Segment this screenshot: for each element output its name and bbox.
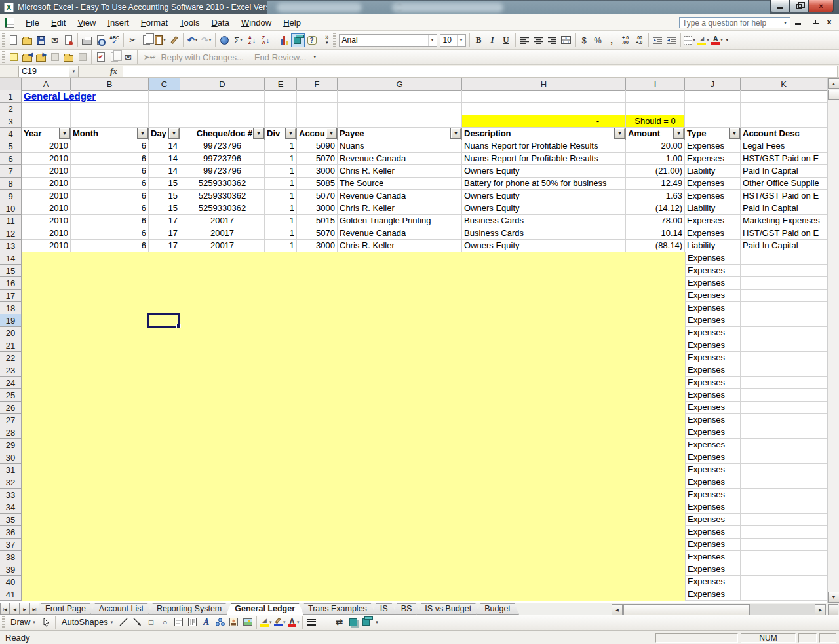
sort-ascending-button[interactable]: AZ↓ [245, 33, 259, 47]
cell-K18[interactable] [741, 302, 827, 314]
cell-F24[interactable] [297, 377, 338, 389]
cell-J12[interactable]: Expenses [685, 227, 741, 240]
row-header-9[interactable]: 9 [0, 190, 22, 202]
cell-D7[interactable]: 99723796 [180, 165, 265, 178]
cell-I12[interactable]: 10.14 [626, 227, 685, 240]
filter-dropdown-B[interactable]: ▼ [138, 128, 147, 138]
cell-J25[interactable]: Expenses [685, 389, 741, 402]
cell-J37[interactable]: Expenses [685, 539, 741, 551]
cell-K32[interactable] [741, 476, 827, 489]
fill-color-button[interactable]: ◢ ▾ [697, 33, 711, 47]
cell-B23[interactable] [71, 364, 149, 377]
cell-C2[interactable] [149, 103, 180, 115]
cell-H41[interactable] [462, 588, 626, 601]
cell-A13[interactable]: 2010 [22, 240, 71, 252]
cell-H10[interactable]: Owners Equity [462, 202, 626, 215]
text-box-button[interactable] [172, 615, 185, 629]
cell-J27[interactable]: Expenses [685, 414, 741, 426]
toolbar-grip[interactable] [2, 51, 5, 63]
cell-K29[interactable] [741, 439, 827, 451]
cell-A29[interactable] [22, 439, 71, 451]
threed-style-button[interactable] [360, 615, 374, 629]
cell-E13[interactable]: 1 [265, 240, 297, 252]
cell-B30[interactable] [71, 451, 149, 464]
menu-help[interactable]: Help [277, 16, 307, 29]
cell-G5[interactable]: Nuans [338, 140, 462, 153]
col-header-J[interactable]: J [685, 78, 741, 91]
cell-I17[interactable] [626, 290, 685, 302]
print-preview-button[interactable] [94, 33, 107, 47]
cell-A10[interactable]: 2010 [22, 202, 71, 215]
chevron-down-icon[interactable]: ▾ [240, 37, 243, 43]
cell-D37[interactable] [180, 539, 265, 551]
cell-H28[interactable] [462, 426, 626, 439]
delete-comment-button[interactable] [75, 50, 89, 64]
cell-H37[interactable] [462, 539, 626, 551]
cell-D4[interactable]: Cheque/doc #▼ [180, 128, 265, 140]
cell-B18[interactable] [71, 302, 149, 314]
chevron-down-icon[interactable]: ▾ [457, 35, 465, 46]
row-header-12[interactable]: 12 [0, 227, 22, 240]
cell-F22[interactable] [297, 352, 338, 364]
cell-F40[interactable] [297, 576, 338, 588]
cell-J1[interactable] [685, 90, 741, 103]
window-minimize-button[interactable] [770, 0, 789, 12]
cell-K6[interactable]: HST/GST Paid on E [741, 153, 827, 165]
new-comment-button[interactable] [7, 50, 20, 64]
cell-D8[interactable]: 5259330362 [180, 178, 265, 190]
cell-A37[interactable] [22, 539, 71, 551]
cell-F30[interactable] [297, 451, 338, 464]
cell-E30[interactable] [265, 451, 297, 464]
cell-I6[interactable]: 1.00 [626, 153, 685, 165]
cell-C10[interactable]: 15 [149, 202, 180, 215]
cell-A2[interactable] [22, 103, 71, 115]
cell-E4[interactable]: Div▼ [265, 128, 297, 140]
dash-style-button[interactable] [319, 615, 332, 629]
row-header-19[interactable]: 19 [0, 314, 22, 327]
autosum-button[interactable]: Σ▾ [231, 33, 245, 47]
cell-E18[interactable] [265, 302, 297, 314]
cell-J18[interactable]: Expenses [685, 302, 741, 314]
cell-B27[interactable] [71, 414, 149, 426]
italic-button[interactable]: I [486, 33, 499, 47]
cell-H32[interactable] [462, 476, 626, 489]
row-header-15[interactable]: 15 [0, 265, 22, 277]
menu-insert[interactable]: Insert [102, 16, 135, 29]
cell-J15[interactable]: Expenses [685, 265, 741, 277]
cell-C37[interactable] [149, 539, 180, 551]
cell-I20[interactable] [626, 327, 685, 339]
cell-I39[interactable] [626, 563, 685, 576]
cell-A17[interactable] [22, 290, 71, 302]
cell-H9[interactable]: Owners Equity [462, 190, 626, 202]
cell-D24[interactable] [180, 377, 265, 389]
cell-K38[interactable] [741, 551, 827, 563]
cell-F38[interactable] [297, 551, 338, 563]
cell-G12[interactable]: Revenue Canada [338, 227, 462, 240]
reviewing-options-button[interactable]: ▾ [311, 54, 318, 60]
cell-K7[interactable]: Paid In Capital [741, 165, 827, 178]
cell-E21[interactable] [265, 339, 297, 352]
cell-H7[interactable]: Owners Equity [462, 165, 626, 178]
row-header-23[interactable]: 23 [0, 364, 22, 377]
menu-window[interactable]: Window [235, 16, 277, 29]
cell-I38[interactable] [626, 551, 685, 563]
cell-E20[interactable] [265, 327, 297, 339]
cell-K41[interactable] [741, 588, 827, 601]
cell-A25[interactable] [22, 389, 71, 402]
filter-dropdown-C[interactable]: ▼ [169, 128, 179, 138]
row-header-17[interactable]: 17 [0, 290, 22, 302]
cell-G14[interactable] [338, 252, 462, 265]
cut-button[interactable]: ✂ [126, 33, 140, 47]
cell-A33[interactable] [22, 489, 71, 501]
cell-B34[interactable] [71, 501, 149, 514]
menu-view[interactable]: View [71, 16, 102, 29]
cell-G22[interactable] [338, 352, 462, 364]
cell-B38[interactable] [71, 551, 149, 563]
cell-A14[interactable] [22, 252, 71, 265]
cell-J13[interactable]: Liability [685, 240, 741, 252]
row-header-37[interactable]: 37 [0, 539, 22, 551]
cell-C34[interactable] [149, 501, 180, 514]
row-header-21[interactable]: 21 [0, 339, 22, 352]
cell-F34[interactable] [297, 501, 338, 514]
send-to-mail-button[interactable]: ✉ [121, 50, 135, 64]
